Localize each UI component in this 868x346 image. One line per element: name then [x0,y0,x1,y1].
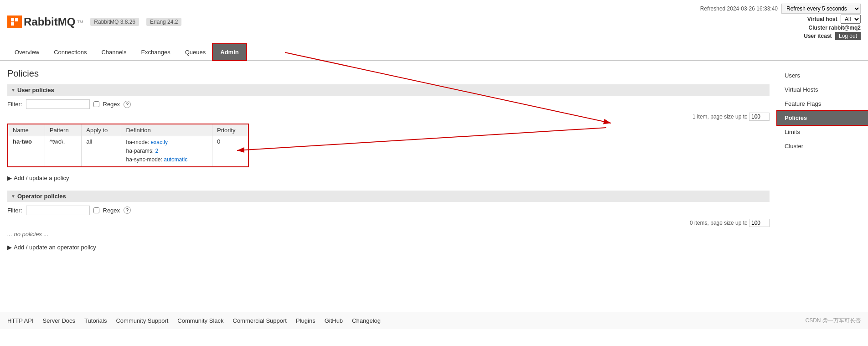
nav-queues[interactable]: Queues [178,44,213,60]
footer-link-commercial-support[interactable]: Commercial Support [233,317,287,324]
add-operator-policy-header[interactable]: ▶ Add / update an operator policy [7,242,770,253]
user-policies-page-size[interactable] [749,113,770,121]
user-policies-filter-input[interactable] [26,99,90,109]
footer-link-server-docs[interactable]: Server Docs [43,317,76,324]
nav-channels[interactable]: Channels [94,44,134,60]
def-val-2: 2 [155,148,159,154]
user-policies-header[interactable]: ▼ User policies [7,84,770,96]
add-operator-policy-label: Add / update an operator policy [14,244,96,251]
def-val-1: exactly [151,139,168,145]
sidebar: Users Virtual Hosts Feature Flags Polici… [777,61,868,312]
user-policies-toggle: ▼ [11,88,16,93]
nav: Overview Connections Channels Exchanges … [0,44,868,61]
user-policies-regex-checkbox[interactable] [93,101,99,107]
nav-connections[interactable]: Connections [46,44,94,60]
policy-priority: 0 [212,136,248,167]
nav-overview[interactable]: Overview [7,44,46,60]
add-policy-toggle: ▶ [7,175,12,181]
erlang-version: Erlang 24.2 [146,18,181,26]
table-row: ha-two ^two\. all ha-mode: exactly ha-pa… [8,136,248,167]
logo-icon [7,15,22,28]
nav-admin[interactable]: Admin [213,44,246,60]
op-help-icon: ? [124,207,131,214]
nav-exchanges[interactable]: Exchanges [134,44,177,60]
policy-apply-to: all [82,136,121,167]
add-update-operator-policy-section: ▶ Add / update an operator policy [7,242,770,253]
user-info: User itcast Log out [804,32,861,40]
footer-link-http-api[interactable]: HTTP API [7,317,34,324]
help-icon: ? [124,101,131,108]
sidebar-item-cluster[interactable]: Cluster [777,139,868,153]
svg-rect-0 [11,18,14,21]
operator-policies-items-info: 0 items, page size up to [7,219,770,227]
footer-credit: CSDN @一万车可长否 [805,317,861,325]
def-key-3: ha-sync-mode: [126,156,162,163]
cluster-info: Cluster rabbit@mq2 [809,25,861,31]
filter-label: Filter: [7,101,22,108]
operator-policies-toggle: ▼ [11,194,16,199]
op-filter-label: Filter: [7,207,22,214]
operator-policies-regex-checkbox[interactable] [93,207,99,213]
content: Policies ▼ User policies Filter: Regex ?… [0,61,777,312]
op-regex-label: Regex [103,207,120,214]
col-definition: Definition [121,124,212,136]
col-apply-to: Apply to [82,124,121,136]
rabbitmq-version: RabbitMQ 3.8.26 [90,18,139,26]
user-policies-label: User policies [17,87,54,93]
sidebar-item-virtual-hosts[interactable]: Virtual Hosts [777,83,868,97]
svg-rect-1 [15,18,18,21]
sidebar-item-users[interactable]: Users [777,68,868,83]
logo: RabbitMQ TM [7,15,83,28]
add-policy-label: Add / update a policy [14,175,69,181]
sidebar-item-feature-flags[interactable]: Feature Flags [777,97,868,111]
operator-policies-header[interactable]: ▼ Operator policies [7,191,770,202]
logo-area: RabbitMQ TM RabbitMQ 3.8.26 Erlang 24.2 [7,15,181,28]
refresh-select[interactable]: Refresh every 5 seconds Refresh every 10… [781,4,861,14]
sidebar-item-policies[interactable]: Policies [777,111,868,125]
operator-policies-page-size[interactable] [749,219,770,227]
def-key-2: ha-params: [126,148,154,154]
header: RabbitMQ TM RabbitMQ 3.8.26 Erlang 24.2 … [0,0,868,44]
footer-link-changelog[interactable]: Changelog [352,317,381,324]
operator-policies-label: Operator policies [17,193,66,200]
header-right: Refreshed 2024-03-26 16:33:40 Refresh ev… [700,4,861,40]
col-priority: Priority [212,124,248,136]
operator-policies-section: ▼ Operator policies Filter: Regex ? 0 it… [7,191,770,253]
user-policies-filter-row: Filter: Regex ? [7,99,770,109]
policy-pattern: ^two\. [45,136,82,167]
user-policies-table: Name Pattern Apply to Definition Priorit… [7,124,249,167]
footer-link-github[interactable]: GitHub [325,317,343,324]
user-policies-section: ▼ User policies Filter: Regex ? 1 item, … [7,84,770,183]
def-val-3: automatic [164,156,187,163]
svg-rect-2 [11,22,14,26]
policy-name: ha-two [8,136,45,167]
policy-definition: ha-mode: exactly ha-params: 2 ha-sync-mo… [121,136,212,167]
logo-tm: TM [77,20,83,24]
add-operator-policy-toggle: ▶ [7,244,12,251]
logout-button[interactable]: Log out [835,32,861,40]
logo-text: RabbitMQ [24,15,75,28]
virtual-host-select[interactable]: All [841,15,861,24]
footer-link-community-slack[interactable]: Community Slack [177,317,223,324]
add-policy-header[interactable]: ▶ Add / update a policy [7,173,770,183]
no-policies-text: ... no policies ... [7,231,770,238]
page-title: Policies [7,68,770,79]
main: Policies ▼ User policies Filter: Regex ?… [0,61,868,312]
footer-link-tutorials[interactable]: Tutorials [84,317,107,324]
footer-link-community-support[interactable]: Community Support [116,317,168,324]
operator-policies-filter-input[interactable] [26,206,90,215]
operator-policies-filter-row: Filter: Regex ? [7,206,770,215]
virtual-host-info: Virtual host All [807,15,861,24]
refreshed-text: Refreshed 2024-03-26 16:33:40 [700,5,778,12]
col-name: Name [8,124,45,136]
footer-link-plugins[interactable]: Plugins [296,317,315,324]
add-update-policy-section: ▶ Add / update a policy [7,173,770,183]
regex-label: Regex [103,101,120,108]
col-pattern: Pattern [45,124,82,136]
footer: HTTP API Server Docs Tutorials Community… [0,312,868,329]
refresh-area: Refreshed 2024-03-26 16:33:40 Refresh ev… [700,4,861,14]
sidebar-item-limits[interactable]: Limits [777,125,868,139]
def-key-1: ha-mode: [126,139,149,145]
user-policies-items-info: 1 item, page size up to [7,113,770,121]
